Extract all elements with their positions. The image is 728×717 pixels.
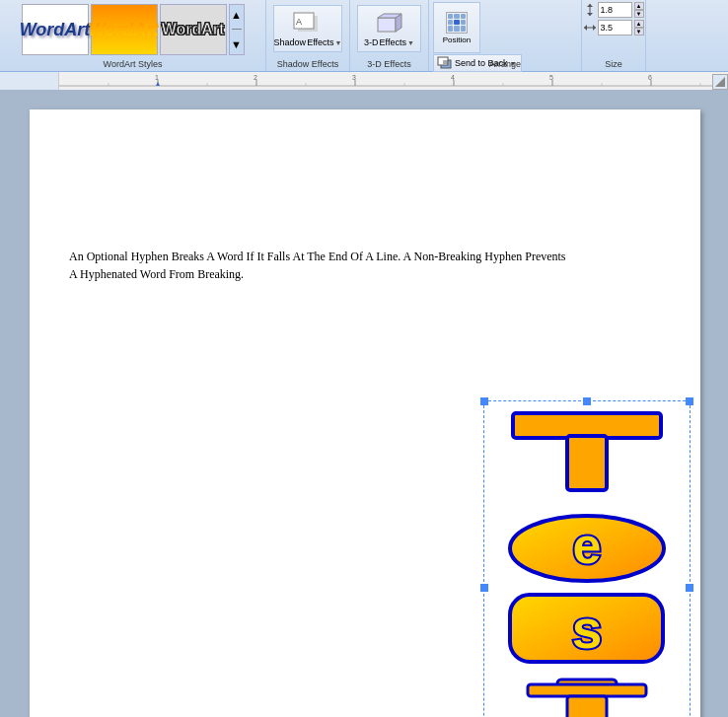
- shadow-effects-sublabel: Effects: [307, 37, 333, 47]
- svg-marker-22: [587, 13, 593, 16]
- svg-text:3: 3: [352, 74, 356, 81]
- handle-tm[interactable]: [583, 397, 591, 405]
- letter-e-container: e: [489, 512, 685, 586]
- document-area: An Optional Hyphen Breaks A Word If It F…: [0, 90, 728, 717]
- letter-t-svg: [503, 408, 671, 507]
- wordart-style-1[interactable]: WordArt: [22, 4, 89, 55]
- size-group-label: Size: [605, 59, 622, 69]
- svg-marker-46: [156, 82, 160, 86]
- shadow-effects-group-label: Shadow Effects: [277, 59, 338, 69]
- svg-text:2: 2: [254, 74, 257, 81]
- svg-text:4: 4: [451, 74, 455, 81]
- size-group: ▲ ▼ ▲ ▼ Size: [582, 0, 646, 71]
- effects3d-group-label: 3-D Effects: [367, 59, 410, 69]
- ruler-container: 1 2 3 4 5 6: [0, 72, 728, 90]
- wordart-text-2: WordArt: [89, 20, 160, 40]
- shadow-effects-button[interactable]: A Shadow Effects ▼: [273, 5, 342, 52]
- height-decrement[interactable]: ▼: [634, 10, 644, 18]
- width-input[interactable]: [598, 20, 632, 36]
- handle-tl[interactable]: [480, 397, 488, 405]
- wordart-styles-group: WordArt WordArt WordArt ▲ ▼ WordArt Styl…: [0, 0, 266, 71]
- height-input[interactable]: [598, 2, 632, 18]
- handle-mr[interactable]: [686, 584, 693, 592]
- scroll-line-icon: [232, 29, 242, 30]
- angle-icon: [715, 77, 725, 87]
- arrange-group-label: Arrange: [489, 59, 521, 69]
- width-icon: [584, 22, 596, 34]
- svg-rect-56: [567, 696, 607, 718]
- svg-text:s: s: [571, 599, 602, 660]
- svg-rect-3: [378, 18, 396, 32]
- width-field: ▲ ▼: [584, 20, 644, 36]
- svg-marker-24: [584, 25, 587, 31]
- horizontal-ruler: 1 2 3 4 5 6: [59, 72, 728, 90]
- letter-s-container: s: [489, 591, 685, 670]
- svg-rect-49: [567, 436, 607, 490]
- height-icon: [584, 4, 596, 16]
- wordart-scroll[interactable]: ▲ ▼: [229, 4, 245, 55]
- svg-text:5: 5: [549, 74, 553, 81]
- handle-tr[interactable]: [686, 397, 693, 405]
- doc-text-line1: An Optional Hyphen Breaks A Word If It F…: [69, 250, 566, 263]
- wordart-content: e s: [484, 401, 690, 717]
- wordart-style-2[interactable]: WordArt: [91, 4, 158, 55]
- scroll-up-icon: ▲: [231, 9, 242, 21]
- letter-s-svg: s: [506, 591, 669, 670]
- height-field: ▲ ▼: [584, 2, 644, 18]
- letter-t-bottom-container: [489, 675, 685, 718]
- svg-rect-55: [528, 684, 646, 696]
- wordart-style-3[interactable]: WordArt: [160, 4, 227, 55]
- width-decrement[interactable]: ▼: [634, 28, 644, 36]
- svg-marker-47: [715, 77, 725, 87]
- wordart-text-3: WordArt: [162, 21, 225, 38]
- letter-t-container: [489, 408, 685, 507]
- position-icon: [446, 12, 468, 34]
- svg-text:A: A: [296, 17, 302, 27]
- angle-button[interactable]: [712, 74, 728, 90]
- shadow-dropdown-arrow[interactable]: ▼: [334, 39, 341, 46]
- ruler-svg: 1 2 3 4 5 6: [59, 72, 728, 90]
- shadow-effects-group: A Shadow Effects ▼ Shadow Effects: [266, 0, 350, 71]
- svg-text:6: 6: [648, 74, 652, 81]
- send-to-back-icon: [437, 56, 453, 70]
- position-button[interactable]: Position: [433, 2, 480, 53]
- ribbon: WordArt WordArt WordArt ▲ ▼ WordArt Styl…: [0, 0, 728, 72]
- effects3d-sublabel: Effects: [380, 37, 406, 47]
- effects3d-group: 3-D Effects ▼ 3-D Effects: [350, 0, 429, 71]
- arrange-group: Position Send to Back ▼: [429, 0, 582, 71]
- effects3d-dropdown-arrow[interactable]: ▼: [407, 39, 414, 46]
- height-increment[interactable]: ▲: [634, 2, 644, 10]
- effects3d-button[interactable]: 3-D Effects ▼: [357, 5, 421, 52]
- document-text-area: An Optional Hyphen Breaks A Word If It F…: [30, 109, 700, 303]
- width-increment[interactable]: ▲: [634, 20, 644, 28]
- wordart-text-1: WordArt: [20, 20, 91, 40]
- letter-e-svg: e: [506, 512, 669, 586]
- wordart-styles-label: WordArt Styles: [104, 59, 163, 69]
- shadow-effects-icon: A: [290, 10, 326, 37]
- doc-text-line2: A Hyphenated Word From Breaking.: [69, 267, 244, 281]
- shadow-effects-label: Shadow: [274, 37, 307, 47]
- letter-t-bottom-svg: [503, 675, 671, 718]
- svg-text:1: 1: [155, 74, 159, 81]
- handle-ml[interactable]: [480, 584, 488, 592]
- ruler-corner: [0, 72, 59, 90]
- 3d-effects-icon: [374, 10, 405, 37]
- document-paragraph: An Optional Hyphen Breaks A Word If It F…: [69, 248, 661, 283]
- document-page[interactable]: An Optional Hyphen Breaks A Word If It F…: [30, 109, 700, 717]
- effects3d-label: 3-D: [364, 37, 379, 47]
- wordart-object[interactable]: e s: [483, 400, 691, 717]
- svg-text:e: e: [572, 517, 601, 574]
- scroll-down-icon: ▼: [231, 38, 242, 50]
- svg-marker-21: [587, 4, 593, 7]
- svg-marker-25: [593, 25, 596, 31]
- position-label: Position: [443, 36, 471, 44]
